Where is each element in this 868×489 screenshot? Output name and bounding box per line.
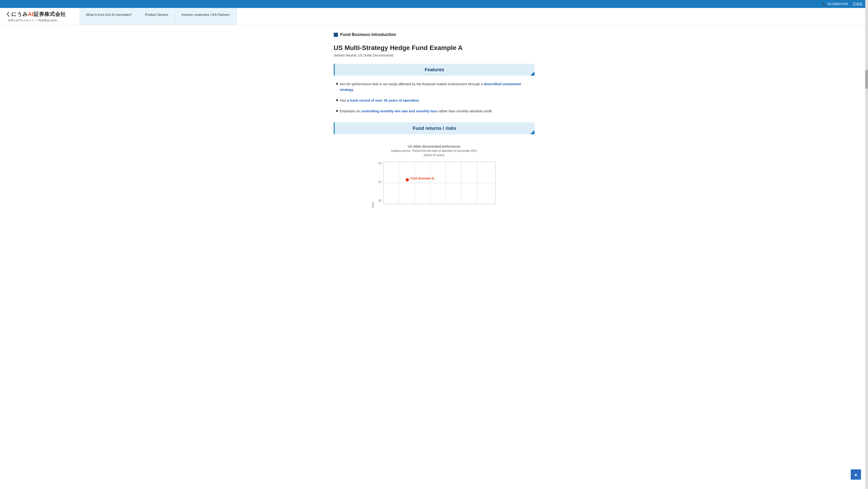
logo-prefix: くにうみ [6, 11, 28, 17]
chart-wrapper: Aver 14 12 10 [334, 160, 534, 208]
scrollbar-thumb[interactable] [865, 70, 868, 89]
feature-link-2[interactable]: a track record of over 30 years of opera… [347, 98, 419, 102]
bullet-icon-1 [336, 83, 338, 85]
chevron-down-icon-2: ⌄ [205, 18, 207, 20]
chart-title: US dollar denominated performance [334, 145, 534, 148]
section-title: Fund Business Introduction [340, 32, 396, 37]
fund-title: US Multi-Strategy Hedge Fund Example A [334, 44, 534, 52]
nav-item-product-service[interactable]: Product Service ⌄ [138, 8, 175, 25]
corner-triangle-icon-2 [530, 130, 534, 134]
top-bar: 📞 03-5288-6766 日本語 [0, 0, 868, 8]
nav-label-investor: Investor customers / IFA Partners [182, 13, 230, 17]
chevron-down-icon-0: ⌄ [108, 18, 110, 20]
chart-svg-area: 14 12 10 [375, 160, 497, 208]
fund-subtitle: (Market Neutral, US Dollar Denominated) [334, 54, 534, 57]
svg-text:Fund  (Example A): Fund (Example A) [410, 177, 434, 180]
logo-suffix: 証券株式会社 [34, 11, 66, 17]
nav-label-what-is: What is Kuni Umi AI Securities? [86, 13, 132, 17]
features-label: Features [339, 67, 530, 73]
logo-ai: AI [28, 11, 34, 17]
feature-link-3[interactable]: controlling monthly win rate and monthly… [361, 109, 437, 113]
svg-text:10: 10 [378, 199, 381, 202]
header: くにうみAI証券株式会社 －世界の名門オルタナティブ投資商品を提供－ What … [0, 8, 868, 25]
svg-text:14: 14 [378, 162, 381, 165]
feature-text-1: Aim for performance that is not easily a… [340, 81, 532, 92]
section-title-bar: Fund Business Introduction [334, 32, 534, 37]
nav-item-what-is[interactable]: What is Kuni Umi AI Securities? ⌄ [80, 8, 138, 25]
fund-dot [406, 178, 409, 181]
performance-chart: 14 12 10 [375, 160, 497, 207]
feature-item-2: Has a track record of over 30 years of o… [336, 97, 532, 103]
bullet-icon-3 [336, 110, 338, 112]
chevron-down-icon-1: ⌄ [156, 18, 158, 20]
fund-returns-header: Fund returns / risks [334, 122, 534, 134]
phone-number: 📞 03-5288-6766 [822, 2, 848, 6]
blue-square-icon [334, 33, 338, 37]
feature-text-2: Has a track record of over 30 years of o… [340, 97, 420, 103]
phone-text: 03-5288-6766 [828, 2, 848, 6]
main-content: Fund Business Introduction US Multi-Stra… [329, 25, 539, 219]
scrollbar[interactable] [865, 0, 868, 219]
logo-subtitle: －世界の名門オルタナティブ投資商品を提供－ [6, 19, 74, 22]
chart-subtitle: Analysis period : Period from the start … [334, 149, 534, 152]
language-switcher[interactable]: 日本語 [852, 2, 862, 6]
bullet-icon-2 [336, 99, 338, 101]
feature-item-1: Aim for performance that is not easily a… [336, 81, 532, 92]
main-nav: What is Kuni Umi AI Securities? ⌄ Produc… [80, 8, 237, 25]
logo-area: くにうみAI証券株式会社 －世界の名門オルタナティブ投資商品を提供－ [0, 8, 80, 25]
corner-triangle-icon [530, 71, 534, 76]
nav-item-investor[interactable]: Investor customers / IFA Partners ⌄ [175, 8, 237, 25]
chart-container: US dollar denominated performance Analys… [334, 140, 534, 212]
features-header: Features [334, 64, 534, 76]
feature-item-3: Emphasis on controlling monthly win rate… [336, 108, 532, 114]
features-list: Aim for performance that is not easily a… [334, 81, 534, 114]
nav-label-product-service: Product Service [145, 13, 168, 17]
logo-main: くにうみAI証券株式会社 [6, 11, 74, 18]
fund-returns-label: Fund returns / risks [339, 126, 530, 131]
chart-subtitle2: (About 32 years) [334, 153, 534, 157]
phone-icon: 📞 [822, 2, 826, 6]
chart-y-label: Aver [371, 202, 374, 208]
feature-text-3: Emphasis on controlling monthly win rate… [340, 108, 493, 114]
svg-text:12: 12 [378, 180, 381, 183]
